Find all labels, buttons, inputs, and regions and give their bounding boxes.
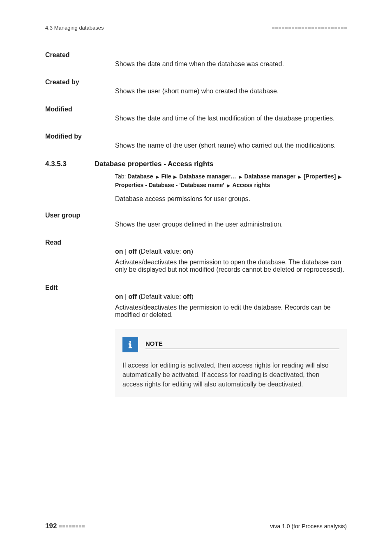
note-header: NOTE	[122, 337, 339, 352]
triangle-icon: ▶	[239, 174, 242, 179]
page: 4.3 Managing databases Created Shows the…	[0, 0, 392, 555]
field-modified: Modified Shows the date and time of the …	[45, 106, 347, 122]
field-modified-by: Modified by Shows the name of the user (…	[45, 133, 347, 149]
footer-product: viva 1.0 (for Process analysis)	[270, 523, 347, 530]
field-label: Modified by	[45, 133, 115, 140]
option-on: on	[115, 248, 123, 255]
page-footer: 192 viva 1.0 (for Process analysis)	[45, 522, 347, 530]
field-label: Read	[45, 239, 115, 246]
field-label: Created	[45, 51, 115, 59]
triangle-icon: ▶	[298, 174, 301, 179]
svg-rect-2	[129, 343, 130, 345]
tab-path: Tab: Database ▶ File ▶ Database manager……	[115, 172, 347, 190]
field-edit: Edit on | off (Default value: off) Activ…	[45, 284, 347, 319]
tab-label: Tab:	[115, 173, 127, 180]
option-on: on	[115, 293, 123, 300]
default-suffix: )	[191, 248, 193, 255]
triangle-icon: ▶	[156, 174, 159, 179]
tab-part: Database manager	[244, 173, 296, 180]
tab-part: Properties - Database - 'Database name'	[115, 182, 224, 188]
svg-point-0	[129, 341, 131, 343]
note-body: If access for editing is activated, then…	[122, 361, 339, 389]
svg-rect-3	[129, 347, 132, 348]
note-title: NOTE	[145, 340, 163, 349]
field-created-by: Created by Shows the user (short name) w…	[45, 79, 347, 95]
section-title: Database properties - Access rights	[95, 160, 213, 168]
field-description: Shows the name of the user (short name) …	[115, 142, 347, 149]
note-title-wrap: NOTE	[145, 340, 339, 349]
page-header: 4.3 Managing databases	[45, 25, 347, 31]
field-label: User group	[45, 212, 115, 219]
triangle-icon: ▶	[338, 174, 341, 179]
page-number: 192	[45, 522, 57, 530]
field-description: Activates/deactivates the permission to …	[115, 259, 347, 273]
default-prefix: (Default value:	[137, 293, 183, 300]
field-description: Shows the user groups defined in the use…	[115, 221, 347, 228]
section-intro: Database access permissions for user gro…	[115, 195, 347, 203]
field-user-group: User group Shows the user groups defined…	[45, 212, 347, 228]
separator: |	[123, 248, 129, 255]
triangle-icon: ▶	[227, 183, 230, 188]
tab-part: Database manager…	[179, 173, 236, 180]
triangle-icon: ▶	[173, 174, 177, 179]
header-decoration	[272, 27, 347, 29]
header-section-path: 4.3 Managing databases	[45, 25, 104, 31]
option-off: off	[129, 293, 137, 300]
tab-part: File	[161, 173, 171, 180]
field-options: on | off (Default value: off)	[115, 293, 347, 301]
field-description: Shows the date and time when the databas…	[115, 60, 347, 68]
field-read: Read on | off (Default value: on) Activa…	[45, 239, 347, 273]
default-value: off	[183, 293, 191, 300]
info-icon	[122, 337, 138, 352]
field-description: Activates/deactivates the permission to …	[115, 304, 347, 319]
field-label: Created by	[45, 79, 115, 86]
section-number: 4.3.5.3	[45, 160, 95, 168]
field-created: Created Shows the date and time when the…	[45, 51, 347, 68]
note-box: NOTE If access for editing is activated,…	[115, 329, 347, 397]
separator: |	[123, 293, 129, 300]
option-off: off	[129, 248, 137, 255]
default-suffix: )	[191, 293, 194, 300]
footer-left: 192	[45, 522, 85, 530]
default-prefix: (Default value:	[137, 248, 183, 255]
tab-part: Database	[127, 173, 153, 180]
default-value: on	[183, 248, 191, 255]
footer-decoration	[59, 525, 85, 527]
field-label: Edit	[45, 284, 115, 291]
field-description: Shows the date and time of the last modi…	[115, 115, 347, 122]
field-options: on | off (Default value: on)	[115, 248, 347, 255]
field-label: Modified	[45, 106, 115, 113]
section-heading: 4.3.5.3 Database properties - Access rig…	[45, 160, 347, 168]
tab-part: [Properties]	[304, 173, 336, 180]
tab-part: Access rights	[233, 182, 270, 188]
field-description: Shows the user (short name) who created …	[115, 88, 347, 95]
